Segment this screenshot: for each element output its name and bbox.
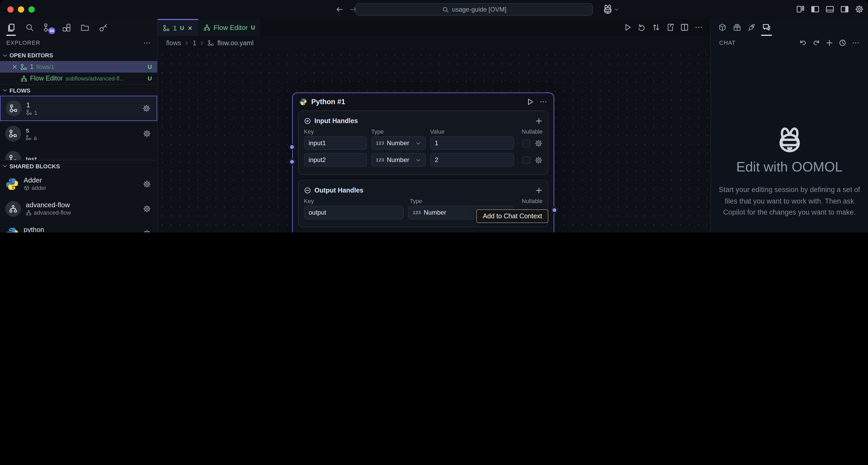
back-icon[interactable] — [335, 5, 344, 14]
shared-block-Adder[interactable]: Adderadder — [0, 172, 157, 196]
history-icon[interactable] — [839, 39, 846, 47]
add-input-icon[interactable] — [535, 117, 542, 125]
gear-icon — [143, 105, 150, 112]
editor-label: Flow Editor — [30, 75, 63, 82]
table-header: KeyTypeNullable — [304, 196, 542, 206]
more-actions-icon[interactable] — [143, 39, 151, 47]
key-field[interactable]: input2 — [304, 153, 367, 167]
plus-icon[interactable] — [826, 39, 833, 47]
sidebar: 44 EXPLORER OPEN EDITORS 1flows/1UFlow E… — [0, 19, 158, 233]
panel-tab-gift[interactable] — [733, 19, 741, 36]
command-center-search[interactable]: usage-guide [OVM] — [355, 3, 593, 16]
column-header-key: Key — [304, 198, 405, 204]
value-field[interactable]: 2 — [430, 153, 514, 167]
output-handle[interactable] — [551, 207, 558, 213]
panel-right-icon[interactable] — [840, 5, 849, 14]
chevron-down-icon[interactable] — [614, 7, 619, 12]
search-icon — [25, 23, 34, 32]
close-window-button[interactable] — [7, 6, 14, 12]
redo-icon[interactable] — [812, 39, 820, 47]
input-handles-icon — [304, 117, 311, 125]
activity-bar: 44 — [0, 19, 157, 36]
flow-card-subtitle-text: 1 — [34, 109, 37, 116]
panel-tab-chat[interactable] — [762, 19, 771, 36]
block-avatar — [5, 201, 21, 216]
panel-left-icon[interactable] — [811, 5, 819, 14]
flows-title: FLOWS — [9, 87, 30, 93]
flow-file-icon — [21, 63, 27, 70]
flow-card-1[interactable]: 11 — [0, 96, 157, 121]
shared-block-advanced-flow[interactable]: advanced-flowadvanced-flow — [0, 196, 157, 221]
breadcrumb: flows 1 flow.oo.yaml — [158, 36, 710, 51]
flow-avatar — [6, 100, 22, 116]
panel-tab-cube[interactable] — [718, 19, 726, 36]
panel-bottom-icon[interactable] — [826, 5, 834, 14]
subflow-icon — [26, 210, 32, 215]
handle-row-input1: input1123Number1 — [304, 136, 542, 150]
activity-item-blocks[interactable] — [60, 19, 72, 36]
breadcrumb-item[interactable]: 1 — [193, 39, 196, 47]
flow-card-s[interactable]: sa — [0, 121, 157, 146]
node-more-icon[interactable] — [539, 98, 547, 106]
breadcrumb-item[interactable]: flows — [166, 39, 181, 47]
chevron-down-icon — [2, 52, 8, 58]
activity-item-flow[interactable]: 44 — [41, 19, 54, 36]
flows-section-header[interactable]: FLOWS — [0, 84, 157, 96]
shared-blocks-section-header[interactable]: SHARED BLOCKS — [0, 160, 157, 172]
tab-flow-editor[interactable]: Flow EditorU — [198, 19, 260, 36]
shared-block-python[interactable]: pythonpython — [0, 221, 157, 233]
activity-item-search[interactable] — [23, 19, 36, 36]
tab-1[interactable]: 1U — [158, 19, 198, 36]
activity-item-folder[interactable] — [78, 19, 91, 36]
add-output-icon[interactable] — [535, 187, 542, 194]
nullable-checkbox[interactable] — [523, 156, 530, 164]
activity-item-files[interactable] — [5, 19, 17, 36]
key-field[interactable]: input1 — [304, 136, 367, 150]
open-editor-item[interactable]: Flow Editorsubflows/advanced-fl...U — [0, 72, 157, 84]
column-header-nullable: Nullable — [522, 198, 543, 204]
key-field[interactable]: output — [304, 206, 404, 220]
layout-icon[interactable] — [796, 5, 805, 14]
flow-icon — [9, 104, 18, 113]
number-type-icon: 123 — [376, 157, 384, 163]
folder-icon — [80, 23, 89, 32]
activity-item-key[interactable] — [97, 19, 110, 36]
flow-canvas[interactable]: Python #1 Input Handles KeyTypeValueNull… — [158, 51, 710, 233]
rocket-icon — [748, 23, 756, 32]
rerun-icon[interactable] — [638, 23, 646, 32]
split-icon[interactable] — [680, 23, 689, 32]
panel-tab-rocket[interactable] — [748, 19, 756, 36]
undo-icon[interactable] — [799, 39, 807, 47]
type-select[interactable]: 123Number — [371, 136, 426, 150]
play-icon[interactable] — [623, 23, 632, 32]
oomol-mascot-icon — [775, 126, 804, 155]
gear-icon[interactable] — [855, 5, 864, 14]
input1-handle[interactable] — [289, 144, 296, 150]
nullable-checkbox[interactable] — [523, 139, 530, 147]
compare-icon[interactable] — [652, 23, 660, 32]
chat-description: Start your editing session by defining a… — [718, 184, 861, 218]
oomol-mascot-icon[interactable] — [602, 4, 613, 15]
type-select[interactable]: 123Number — [371, 153, 426, 167]
ellipsis-icon[interactable] — [852, 39, 860, 47]
gear-icon — [143, 130, 151, 138]
maximize-window-button[interactable] — [28, 6, 35, 12]
flow-icon — [163, 25, 170, 31]
ellipsis-icon[interactable] — [694, 23, 703, 32]
input-handles-title: Input Handles — [314, 117, 358, 125]
open-editor-item[interactable]: 1flows/1U — [0, 61, 157, 72]
python-icon — [5, 177, 19, 191]
column-header-value: Value — [430, 128, 514, 135]
python-node[interactable]: Python #1 Input Handles KeyTypeValueNull… — [292, 93, 554, 233]
minimize-window-button[interactable] — [18, 6, 24, 12]
node-header[interactable]: Python #1 — [293, 93, 554, 111]
tab-strip: 1UFlow EditorU — [158, 19, 710, 36]
export-icon[interactable] — [666, 23, 675, 32]
open-editors-section-header[interactable]: OPEN EDITORS — [0, 50, 157, 61]
chat-panel: CHAT Edit with OOMOL Start your editing … — [710, 19, 868, 233]
value-field[interactable]: 1 — [430, 136, 514, 150]
breadcrumb-item[interactable]: flow.oo.yaml — [217, 39, 254, 47]
input2-handle[interactable] — [289, 158, 296, 165]
run-node-icon[interactable] — [526, 98, 534, 106]
flow-card-test[interactable]: test — [0, 146, 157, 160]
